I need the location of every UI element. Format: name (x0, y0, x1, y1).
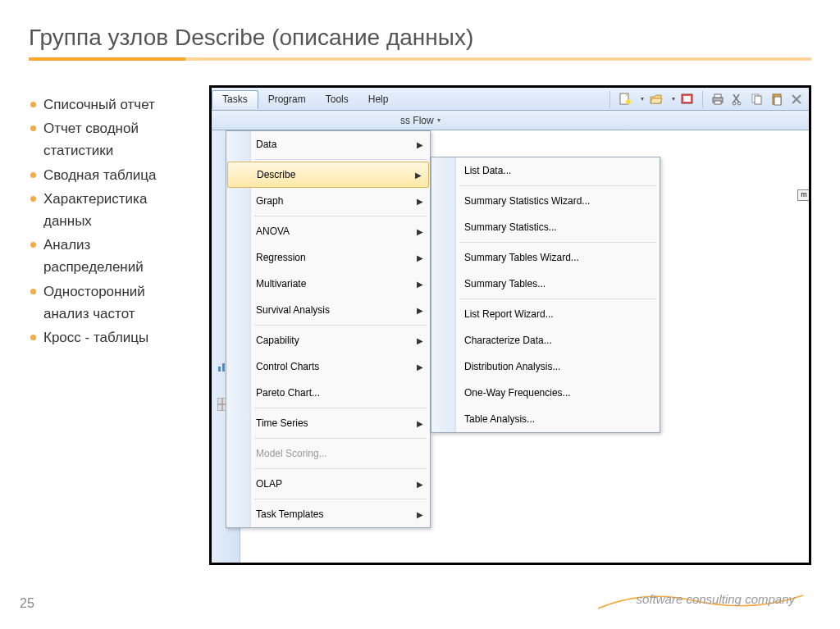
menu-item-anova[interactable]: ANOVA▶ (226, 218, 430, 244)
menu-separator (254, 438, 427, 439)
svg-rect-3 (683, 96, 691, 102)
submenu-arrow-icon: ▶ (415, 171, 422, 180)
describe-submenu-items: List Data...Summary Statistics Wizard...… (431, 157, 660, 432)
menubar: Tasks Program Tools Help ▾ ▾ (212, 88, 809, 111)
menu-separator (459, 185, 656, 186)
svg-rect-5 (714, 94, 721, 98)
submenu-item-one-way-frequencies-[interactable]: One-Way Frequencies... (431, 380, 660, 406)
copy-icon[interactable] (750, 92, 765, 107)
submenu-item-list-report-wizard-[interactable]: List Report Wizard... (431, 301, 660, 327)
bullet-item: Списочный отчет (29, 93, 193, 116)
menu-item-task-templates[interactable]: Task Templates▶ (226, 501, 430, 527)
describe-submenu-panel: List Data...Summary Statistics Wizard...… (431, 157, 660, 433)
menu-separator (254, 468, 427, 469)
submenu-item-label: Distribution Analysis... (459, 361, 560, 372)
submenu-item-label: List Report Wizard... (459, 308, 554, 320)
menu-item-capability[interactable]: Capability▶ (226, 327, 430, 353)
submenu-item-summary-tables-wizard-[interactable]: Summary Tables Wizard... (431, 244, 660, 271)
flow-label[interactable]: ss Flow (400, 115, 434, 126)
submenu-item-table-analysis-[interactable]: Table Analysis... (431, 406, 660, 432)
menu-item-label: Regression (256, 252, 306, 263)
app-screenshot: Tasks Program Tools Help ▾ ▾ (209, 85, 811, 565)
svg-point-1 (626, 99, 631, 104)
submenu-item-list-data-[interactable]: List Data... (431, 157, 660, 184)
bullet-item: Сводная таблица (29, 164, 193, 186)
menu-item-label: Graph (256, 195, 283, 207)
svg-rect-13 (218, 367, 221, 371)
menu-item-label: ANOVA (256, 226, 290, 237)
new-icon[interactable] (618, 92, 632, 107)
svg-rect-10 (755, 96, 761, 104)
delete-icon[interactable] (789, 92, 804, 107)
submenu-arrow-icon: ▶ (417, 140, 423, 149)
menu-help[interactable]: Help (358, 89, 399, 109)
cut-icon[interactable] (730, 92, 745, 107)
submenu-arrow-icon: ▶ (417, 480, 423, 489)
menu-separator (254, 325, 427, 326)
menu-tasks[interactable]: Tasks (212, 90, 258, 109)
footer-text: software consulting company (637, 592, 795, 606)
menu-item-model-scoring-: Model Scoring... (226, 440, 430, 467)
toolbar-separator (609, 91, 610, 107)
submenu-item-label: Summary Statistics... (459, 221, 557, 233)
menu-item-olap[interactable]: OLAP▶ (226, 471, 430, 497)
menu-icon-column (431, 157, 456, 432)
menu-item-multivariate[interactable]: Multivariate▶ (226, 271, 430, 297)
menu-separator (459, 242, 656, 243)
menu-item-time-series[interactable]: Time Series▶ (226, 410, 430, 436)
menu-item-describe[interactable]: Describe▶ (227, 162, 429, 188)
submenu-arrow-icon: ▶ (417, 197, 423, 206)
submenu-item-summary-statistics-[interactable]: ΣSummary Statistics... (431, 214, 660, 240)
menu-item-label: Pareto Chart... (256, 387, 320, 399)
submenu-arrow-icon: ▶ (417, 306, 423, 315)
menu-item-survival-analysis[interactable]: Survival Analysis▶ (226, 297, 430, 323)
svg-rect-12 (774, 97, 781, 105)
submenu-item-label: Table Analysis... (459, 413, 535, 425)
submenu-item-label: Summary Tables... (459, 278, 546, 289)
submenu-item-distribution-analysis-[interactable]: Distribution Analysis... (431, 353, 660, 380)
menu-program[interactable]: Program (258, 89, 316, 109)
submenu-arrow-icon: ▶ (417, 362, 423, 371)
menu-item-pareto-chart-[interactable]: Pareto Chart... (226, 380, 430, 406)
menu-item-label: Multivariate (256, 278, 306, 289)
toolbar-separator (702, 91, 703, 107)
menu-item-control-charts[interactable]: Control Charts▶ (226, 353, 430, 380)
submenu-item-summary-statistics-wizard-[interactable]: Summary Statistics Wizard... (431, 188, 660, 214)
app-icon[interactable] (680, 92, 695, 107)
menu-item-label: Capability (256, 335, 299, 346)
menu-item-label: Data (256, 139, 276, 150)
dropdown-arrow-icon[interactable]: ▾ (672, 95, 675, 103)
submenu-item-characterize-data-[interactable]: Characterize Data... (431, 327, 660, 353)
submenu-arrow-icon: ▶ (417, 336, 423, 345)
bullet-item: Односторонний анализ частот (29, 280, 193, 325)
submenu-arrow-icon: ▶ (417, 510, 423, 519)
menu-tools[interactable]: Tools (316, 89, 358, 109)
paste-icon[interactable] (769, 92, 784, 107)
title-underline (29, 57, 811, 61)
menu-item-regression[interactable]: Regression▶ (226, 244, 430, 271)
menu-item-label: Describe (257, 169, 295, 180)
menu-separator (254, 216, 427, 217)
toolbar-icons: ▾ ▾ (607, 91, 809, 107)
page-number: 25 (20, 596, 34, 611)
menu-separator (254, 159, 427, 160)
slide-title: Группа узлов Describe (описание данных) (29, 25, 811, 51)
tasks-menu-items: Data▶Describe▶Graph▶ANOVA▶Regression▶Mul… (226, 131, 430, 527)
open-icon[interactable] (649, 92, 664, 107)
submenu-item-label: Summary Tables Wizard... (459, 252, 579, 263)
bullet-item: Кросс - таблицы (29, 326, 193, 349)
submenu-arrow-icon: ▶ (417, 280, 423, 289)
submenu-item-summary-tables-[interactable]: Summary Tables... (431, 271, 660, 297)
bullet-item: Анализ распределений (29, 234, 193, 278)
dropdown-arrow-icon[interactable]: ▾ (641, 95, 644, 103)
toolbar-row-2: ss Flow ▾ (212, 111, 809, 130)
bullet-item: Отчет сводной статистики (29, 117, 193, 162)
dropdown-arrow-icon[interactable]: ▾ (437, 116, 441, 124)
menu-item-graph[interactable]: Graph▶ (226, 188, 430, 214)
menu-item-label: Task Templates (256, 508, 323, 520)
menu-item-label: Survival Analysis (256, 304, 330, 316)
menu-item-data[interactable]: Data▶ (226, 131, 430, 157)
submenu-arrow-icon: ▶ (417, 253, 423, 262)
print-icon[interactable] (710, 92, 725, 107)
submenu-item-label: Summary Statistics Wizard... (459, 195, 590, 207)
